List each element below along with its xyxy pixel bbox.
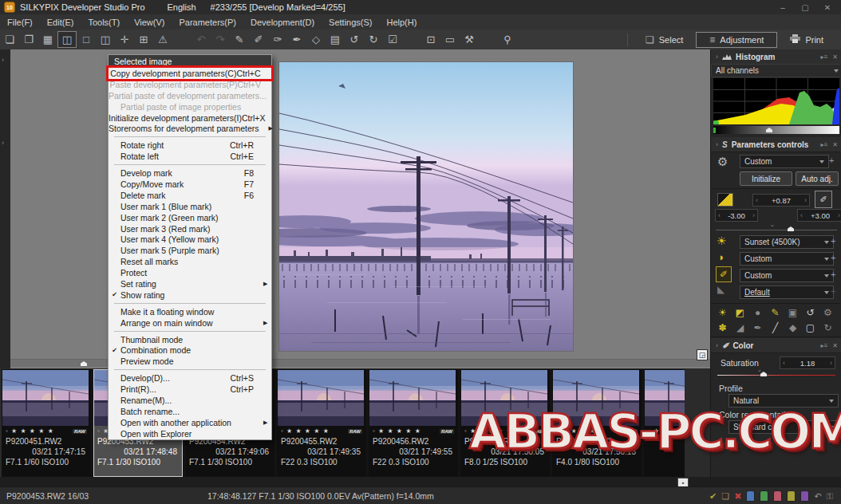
white-balance-select[interactable]: Sunset (4500K)	[740, 235, 834, 249]
context-menu-item[interactable]: Rotate right Ctrl+R	[109, 140, 271, 151]
saturation-stepper[interactable]: ‹ 1.18 ›	[780, 356, 835, 369]
undock-window-icon[interactable]: ❏	[0, 32, 19, 48]
context-menu-item[interactable]: User mark 3 (Red mark)	[109, 223, 271, 234]
context-menu-item[interactable]: Open with another application ▶	[109, 417, 271, 428]
histogram-channel-select[interactable]: All channels	[711, 64, 841, 77]
user-mark-tool-icon[interactable]: ✒	[287, 32, 306, 48]
wb-tool-icon[interactable]: ☀	[716, 306, 729, 318]
taste-gear-icon[interactable]: ⚙	[717, 155, 728, 169]
context-menu-item[interactable]	[109, 329, 271, 334]
white-balance-icon[interactable]: ☀	[717, 234, 727, 247]
user-mark-blue-icon[interactable]	[746, 490, 755, 502]
add-wb-button[interactable]: +	[831, 236, 835, 246]
context-menu-item[interactable]: ✔ Combination mode	[109, 345, 271, 356]
warning-display-icon[interactable]: ⚠	[153, 32, 172, 48]
spot-removal-tool-icon[interactable]: ✽	[716, 321, 729, 333]
context-menu-item[interactable]: Initialize development parameters(I) Ctr…	[109, 112, 271, 124]
initialize-button[interactable]: Initialize	[740, 171, 792, 186]
line-tool-icon[interactable]: ╱	[768, 321, 782, 333]
context-menu-item[interactable]: User mark 2 (Green mark)	[109, 212, 271, 223]
menu-bar-item[interactable]: Settings(S)	[322, 14, 379, 30]
tone-curve-tool-icon[interactable]: ◩	[733, 306, 747, 318]
maximize-button[interactable]: ▢	[800, 3, 811, 12]
expand-left-panel-icon[interactable]: ›	[2, 56, 4, 64]
context-menu-item[interactable]: Rotate left Ctrl+E	[109, 151, 271, 162]
rotate-tool-icon[interactable]: ↺	[803, 306, 817, 318]
menu-bar-item[interactable]: View(V)	[127, 14, 172, 30]
sphere-tool-icon[interactable]: ●	[751, 306, 764, 318]
contrast-select[interactable]: Custom	[740, 252, 834, 266]
fullscreen-icon[interactable]: ✛	[115, 32, 134, 48]
panel-menu-icon[interactable]: ▸≡	[821, 53, 828, 61]
frame-tool-icon[interactable]: ▣	[786, 306, 800, 318]
combination-mode-icon[interactable]: ◫	[57, 31, 77, 48]
increase-icon[interactable]: ›	[838, 211, 840, 219]
context-menu-item[interactable]: Make it a floating window	[109, 306, 271, 317]
decrease-icon[interactable]: ‹	[783, 359, 785, 367]
user-mark-yellow-icon[interactable]	[787, 490, 796, 502]
settings-tool-icon[interactable]: ⚙	[821, 306, 835, 318]
sharpness-select[interactable]: Default	[740, 285, 834, 299]
context-menu-item[interactable]: Thumbnail mode	[109, 334, 271, 345]
sharpness-icon[interactable]: ◣	[717, 284, 725, 295]
add-contrast-button[interactable]: +	[831, 253, 835, 262]
menu-bar-item[interactable]: Development(D)	[243, 14, 322, 30]
context-menu-item[interactable]: Protect	[109, 267, 271, 278]
auto-adjust-button[interactable]: Auto adj.	[796, 171, 839, 186]
copy-params-icon[interactable]: ⊡	[421, 32, 440, 48]
multi-preview-icon[interactable]: ⊞	[134, 32, 153, 48]
scrollbar-thumb[interactable]	[81, 361, 87, 366]
increase-icon[interactable]: ›	[752, 211, 755, 219]
loupe-icon[interactable]: ⚲	[498, 32, 517, 48]
context-menu-item[interactable]: Batch rename...	[109, 406, 271, 417]
shape-tool-icon[interactable]: ◆	[786, 321, 800, 333]
exposure-max-stepper[interactable]: ‹ +3.00 ›	[797, 209, 841, 222]
menu-bar-item[interactable]: Tools(T)	[81, 14, 127, 30]
context-menu-item[interactable]: Set rating ▶	[109, 278, 271, 289]
collapse-panel-icon[interactable]: ›	[716, 341, 718, 349]
tools-icon[interactable]: ⚒	[460, 32, 479, 48]
thumbnail[interactable]: ◦ ★ ★ ★ ★ ★ RAW P9200456.RW2 03/21 17:49…	[369, 369, 458, 477]
preset-select[interactable]: Custom	[740, 155, 829, 168]
histogram-panel-header[interactable]: › Histogram ▸≡✕	[711, 49, 841, 65]
layers-icon[interactable]: ▤	[326, 32, 345, 48]
noise-reduction-tool-icon[interactable]: ✎	[768, 306, 782, 318]
saturation-slider[interactable]	[717, 375, 835, 376]
rating-stars[interactable]: ◦ ★ ★ ★ ★ ★	[281, 427, 348, 435]
gradient-tool-icon[interactable]: ◢	[733, 321, 747, 333]
refresh-tool-icon[interactable]: ↻	[821, 321, 835, 333]
rating-stars[interactable]: ◦ ★ ★ ★ ★ ★	[6, 427, 73, 435]
context-menu-item[interactable]: User mark 4 (Yellow mark)	[109, 234, 271, 245]
add-preset-button[interactable]: +	[829, 156, 834, 165]
compare-mode-icon[interactable]: ◫	[96, 32, 115, 48]
expand-left-panel-icon[interactable]: ›	[2, 139, 4, 147]
minimize-button[interactable]: –	[777, 3, 788, 12]
display-settings-icon[interactable]: ▭	[440, 32, 460, 48]
crop-tool-icon[interactable]: ▢	[803, 321, 817, 333]
user-mark-green-icon[interactable]	[760, 490, 768, 502]
histogram-level-slider[interactable]	[713, 126, 839, 134]
context-menu-item[interactable]: Copy development parameters(C) Ctrl+C	[109, 68, 271, 79]
panel-close-icon[interactable]: ✕	[832, 53, 838, 61]
separator[interactable]	[172, 32, 191, 48]
context-menu-item[interactable]	[109, 301, 271, 306]
exposure-slider-thumb[interactable]	[788, 226, 794, 231]
copy-move-mark-tool-icon[interactable]: ✐	[249, 32, 268, 48]
exposure-slider[interactable]	[716, 230, 837, 230]
selection-tool-icon[interactable]: ◇	[306, 32, 326, 48]
context-menu-item[interactable]: Delete mark F6	[109, 190, 271, 201]
context-menu-item[interactable]: Copy/Move mark F7	[109, 179, 271, 190]
contrast-icon[interactable]: ◑	[717, 251, 724, 263]
lens-tool-icon[interactable]: ✒	[751, 321, 764, 333]
delete-mark-icon[interactable]: ✖	[734, 491, 741, 502]
context-menu-item[interactable]: Paste development parameters(P) Ctrl+V	[109, 79, 271, 90]
context-menu-item[interactable]: Reset all marks	[109, 256, 271, 267]
checkbox-icon[interactable]: ☑	[383, 32, 402, 48]
panel-menu-icon[interactable]: ▸≡	[821, 141, 828, 148]
fine-color-icon[interactable]: ✐	[716, 266, 732, 282]
context-menu-item[interactable]: ✔ Show rating	[109, 289, 271, 301]
print-mode-button[interactable]: Print	[782, 33, 831, 47]
context-menu-item[interactable]: User mark 5 (Purple mark)	[109, 245, 271, 256]
redo-icon[interactable]: ↷	[211, 32, 230, 48]
rotate-right-icon[interactable]: ↻	[364, 32, 383, 48]
